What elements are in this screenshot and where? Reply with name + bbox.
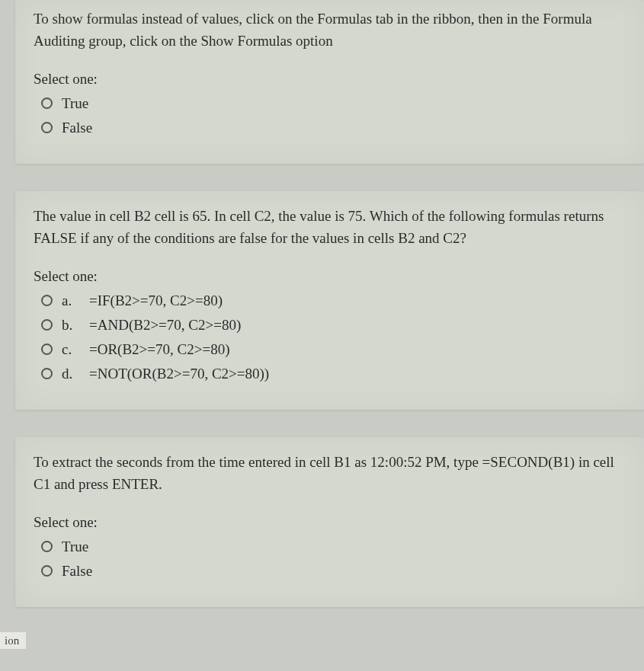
radio-icon [41, 319, 53, 331]
option-b[interactable]: b. =AND(B2>=70, C2>=80) [41, 317, 626, 334]
option-label: False [62, 563, 92, 580]
option-false[interactable]: False [41, 563, 626, 580]
radio-icon [41, 368, 53, 379]
option-label: =NOT(OR(B2>=70, C2>=80)) [89, 366, 269, 382]
question-block-1: To show formulas instead of values, clic… [15, 0, 644, 164]
option-label: =AND(B2>=70, C2>=80) [89, 317, 241, 334]
select-one-label: Select one: [34, 268, 626, 285]
question-prompt: To show formulas instead of values, clic… [34, 8, 626, 53]
option-letter: b. [62, 317, 80, 334]
question-prompt: The value in cell B2 cell is 65. In cell… [34, 205, 626, 250]
option-true[interactable]: True [41, 538, 626, 555]
radio-icon [41, 565, 53, 577]
select-one-label: Select one: [34, 71, 626, 88]
sidebar-fragment-ion: ion [0, 632, 26, 649]
option-false[interactable]: False [41, 120, 626, 136]
radio-icon [41, 343, 53, 355]
option-label: =IF(B2>=70, C2>=80) [89, 292, 223, 309]
option-c[interactable]: c. =OR(B2>=70, C2>=80) [41, 341, 626, 358]
radio-icon [41, 295, 53, 306]
question-block-2: The value in cell B2 cell is 65. In cell… [15, 191, 644, 410]
option-label: =OR(B2>=70, C2>=80) [89, 341, 229, 358]
radio-icon [41, 97, 53, 109]
option-label: False [62, 120, 92, 136]
option-a[interactable]: a. =IF(B2>=70, C2>=80) [41, 292, 626, 309]
select-one-label: Select one: [34, 514, 626, 531]
option-letter: a. [62, 292, 80, 309]
radio-icon [41, 541, 53, 552]
option-true[interactable]: True [41, 95, 626, 112]
option-label: True [62, 538, 88, 555]
option-letter: c. [62, 341, 80, 358]
question-prompt: To extract the seconds from the time ent… [34, 451, 626, 496]
option-label: True [62, 95, 88, 112]
option-letter: d. [62, 366, 80, 382]
question-block-3: To extract the seconds from the time ent… [15, 437, 644, 607]
option-d[interactable]: d. =NOT(OR(B2>=70, C2>=80)) [41, 366, 626, 382]
radio-icon [41, 122, 53, 133]
